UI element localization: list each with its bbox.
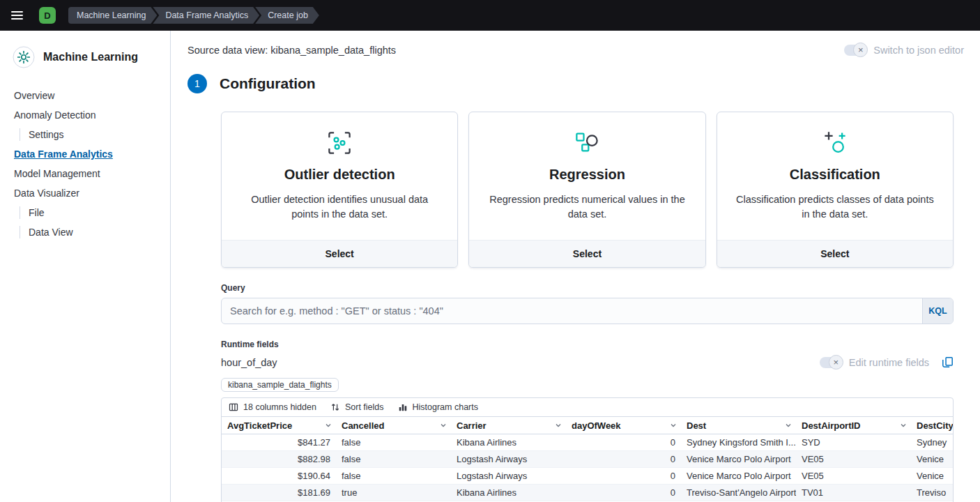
breadcrumb-data-frame-analytics[interactable]: Data Frame Analytics [153, 7, 259, 24]
main-content: Source data view: kibana_sample_data_fli… [171, 31, 980, 502]
sidebar-item-settings[interactable]: Settings [20, 128, 159, 141]
classification-card[interactable]: Classification Classification predicts c… [717, 112, 954, 268]
table-cell: 0 [566, 434, 681, 450]
json-editor-toggle[interactable] [844, 45, 865, 56]
chevron-down-icon [554, 421, 562, 429]
table-cell: 0 [566, 451, 681, 467]
json-editor-toggle-label: Switch to json editor [873, 45, 964, 56]
query-search-input[interactable] [222, 298, 922, 324]
grid-toolbar: 18 columns hidden Sort fields [222, 398, 953, 416]
machine-learning-logo-icon [13, 46, 35, 68]
sidebar-item-data-view[interactable]: Data View [20, 226, 159, 238]
table-cell: true [336, 485, 451, 501]
classification-title: Classification [734, 167, 936, 183]
chevron-down-icon [899, 421, 908, 429]
table-cell: $882.98 [222, 451, 336, 467]
histogram-charts-button[interactable]: Histogram charts [398, 402, 478, 412]
column-header-destairportid[interactable]: DestAirportID [796, 417, 911, 434]
columns-hidden-button[interactable]: 18 columns hidden [229, 402, 316, 412]
source-data-view-label: Source data view: kibana_sample_data_fli… [187, 45, 396, 56]
table-row: $190.64 false Logstash Airways 0 Venice … [222, 468, 953, 485]
runtime-field-name: hour_of_day [221, 357, 277, 368]
query-label: Query [221, 283, 954, 293]
outlier-detection-description: Outlier detection identifies unusual dat… [238, 192, 441, 222]
table-cell: Logstash Airways [451, 451, 566, 467]
table-cell: Logstash Airways [451, 468, 566, 484]
columns-hidden-icon [229, 402, 238, 412]
copy-icon[interactable] [942, 356, 954, 368]
query-bar: KQL [221, 298, 954, 324]
sidebar-item-data-visualizer[interactable]: Data Visualizer [11, 187, 159, 199]
column-header-cancelled[interactable]: Cancelled [336, 417, 451, 434]
sidebar-item-anomaly-detection[interactable]: Anomaly Detection [11, 109, 159, 121]
table-cell: Sydney [911, 434, 953, 450]
outlier-detection-icon [327, 130, 352, 155]
step-title: Configuration [220, 75, 316, 92]
breadcrumb-create-job: Create job [255, 7, 319, 24]
space-avatar[interactable]: D [39, 7, 56, 24]
breadcrumb: Machine Learning Data Frame Analytics Cr… [68, 7, 319, 24]
table-cell: Treviso-Sant'Angelo Airport [681, 485, 796, 501]
table-cell: TV01 [796, 485, 911, 501]
index-badge: kibana_sample_data_flights [221, 378, 339, 392]
outlier-detection-title: Outlier detection [238, 167, 441, 183]
edit-runtime-fields-toggle[interactable] [820, 357, 841, 368]
table-cell: Kibana Airlines [451, 434, 566, 450]
column-header-dest[interactable]: Dest [681, 417, 796, 434]
table-cell: VE05 [796, 451, 911, 467]
regression-select-button[interactable]: Select [469, 240, 705, 267]
table-cell: 0 [566, 468, 681, 484]
regression-title: Regression [486, 167, 688, 183]
table-cell: Venice Marco Polo Airport [681, 468, 796, 484]
outlier-detection-card[interactable]: Outlier detection Outlier detection iden… [221, 112, 458, 268]
sidebar-item-data-frame-analytics[interactable]: Data Frame Analytics [11, 148, 159, 160]
chevron-down-icon [439, 421, 447, 429]
chevron-down-icon [324, 421, 332, 429]
table-cell: SYD [796, 434, 911, 450]
chevron-down-icon [669, 421, 677, 429]
table-cell: $190.64 [222, 468, 336, 484]
chevron-down-icon [784, 421, 793, 429]
sidebar-item-overview[interactable]: Overview [11, 89, 159, 102]
table-row: $841.27 false Kibana Airlines 0 Sydney K… [222, 434, 953, 451]
table-cell: VE05 [796, 468, 911, 484]
sidebar-item-file[interactable]: File [20, 206, 159, 219]
regression-icon [574, 130, 599, 155]
sort-fields-button[interactable]: Sort fields [330, 402, 384, 412]
table-cell: $181.69 [222, 485, 336, 501]
classification-description: Classification predicts classes of data … [734, 192, 936, 222]
top-navigation-bar: D Machine Learning Data Frame Analytics … [0, 0, 980, 31]
table-cell: Sydney Kingsford Smith I... [681, 434, 796, 450]
column-header-carrier[interactable]: Carrier [451, 417, 566, 434]
sidebar-item-model-management[interactable]: Model Management [11, 167, 159, 180]
table-cell: false [336, 451, 451, 467]
sidebar-title: Machine Learning [43, 51, 138, 63]
regression-card[interactable]: Regression Regression predicts numerical… [468, 112, 705, 268]
edit-runtime-fields-label: Edit runtime fields [849, 357, 929, 368]
classification-select-button[interactable]: Select [717, 240, 953, 267]
runtime-fields-label: Runtime fields [221, 340, 954, 349]
sort-icon [330, 402, 340, 412]
table-cell: Venice Marco Polo Airport [681, 451, 796, 467]
source-data-grid: 18 columns hidden Sort fields [221, 397, 954, 502]
sidebar: Machine Learning Overview Anomaly Detect… [0, 31, 171, 502]
menu-icon[interactable] [11, 7, 28, 24]
regression-description: Regression predicts numerical values in … [486, 192, 688, 222]
table-cell: false [336, 434, 451, 450]
histogram-icon [398, 402, 408, 412]
table-row: $882.98 false Logstash Airways 0 Venice … [222, 451, 953, 468]
breadcrumb-machine-learning[interactable]: Machine Learning [68, 7, 157, 24]
outlier-detection-select-button[interactable]: Select [222, 240, 457, 267]
column-header-avgticketprice[interactable]: AvgTicketPrice [222, 417, 336, 434]
table-cell: Venice [911, 468, 953, 484]
job-type-cards: Outlier detection Outlier detection iden… [221, 112, 954, 268]
classification-icon [822, 130, 848, 155]
kql-button[interactable]: KQL [922, 298, 953, 324]
column-header-destcityname[interactable]: DestCityName [911, 417, 953, 434]
table-cell: Treviso [911, 485, 953, 501]
column-header-dayofweek[interactable]: dayOfWeek [566, 417, 681, 434]
table-cell: false [336, 468, 451, 484]
table-cell: $841.27 [222, 434, 336, 450]
grid-header-row: AvgTicketPrice Cancelled Carrier dayOfWe… [222, 416, 953, 434]
switch-off-icon [829, 355, 843, 370]
